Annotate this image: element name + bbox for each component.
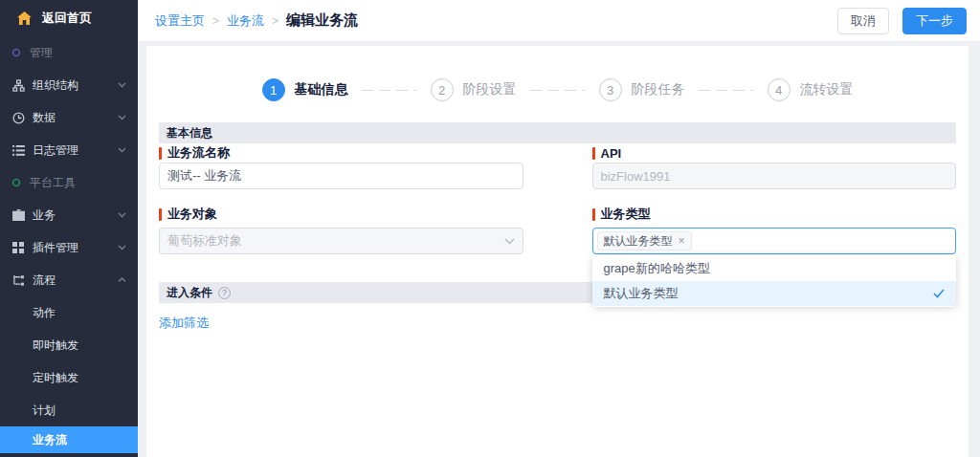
breadcrumb-settings-home[interactable]: 设置主页 bbox=[155, 12, 205, 30]
step-connector bbox=[362, 90, 417, 91]
field-flow-name: 业务流名称 测试-- 业务流 bbox=[159, 145, 523, 189]
step-stage-settings[interactable]: 2 阶段设置 bbox=[431, 78, 517, 101]
sidebar-item-label: 业务流 bbox=[33, 432, 67, 448]
step-label: 阶段设置 bbox=[463, 81, 517, 98]
content-card: 1 基础信息 2 阶段设置 3 阶段任务 4 流转设置 基本信息 业务流名称 bbox=[146, 46, 969, 457]
sidebar-item-label: 业务 bbox=[33, 207, 56, 224]
api-label-row: API bbox=[592, 145, 957, 161]
chevron-down-icon bbox=[118, 115, 126, 120]
sidebar-item-label: 即时触发 bbox=[33, 337, 78, 354]
step-basic-info[interactable]: 1 基础信息 bbox=[262, 78, 348, 101]
next-step-button[interactable]: 下一步 bbox=[902, 8, 967, 34]
dropdown-option-label: grape新的哈哈类型 bbox=[604, 260, 710, 277]
home-icon bbox=[17, 11, 32, 25]
sidebar-item-label: 数据 bbox=[33, 110, 56, 126]
step-number: 1 bbox=[262, 78, 285, 101]
dropdown-option-grape-type[interactable]: grape新的哈哈类型 bbox=[592, 256, 957, 281]
sidebar-section-platform-tools: 平台工具 bbox=[0, 166, 138, 199]
step-number: 4 bbox=[768, 78, 791, 101]
step-number: 3 bbox=[599, 78, 622, 101]
breadcrumb-separator: > bbox=[212, 14, 219, 28]
business-object-value: 葡萄标准对象 bbox=[167, 232, 242, 250]
business-type-select[interactable]: 默认业务类型 × bbox=[592, 228, 957, 254]
selected-type-tag: 默认业务类型 × bbox=[597, 231, 692, 250]
sidebar-item-log-management[interactable]: 日志管理 bbox=[0, 134, 138, 166]
tag-remove-icon[interactable]: × bbox=[679, 235, 685, 247]
api-input[interactable]: bizFlow1991 bbox=[592, 163, 957, 189]
add-filter-link[interactable]: 添加筛选 bbox=[159, 315, 209, 332]
field-business-object: 业务对象 葡萄标准对象 bbox=[159, 207, 523, 254]
breadcrumb-business-flow[interactable]: 业务流 bbox=[227, 12, 264, 30]
chevron-down-icon bbox=[118, 82, 126, 88]
purple-dot-icon bbox=[12, 49, 20, 56]
sidebar-item-timed-trigger[interactable]: 定时触发 bbox=[0, 361, 138, 394]
sidebar-nav: 管理 组织结构 数据 日志管理 bbox=[0, 36, 138, 453]
required-marker bbox=[592, 208, 595, 221]
flow-name-label: 业务流名称 bbox=[167, 144, 230, 162]
step-connector bbox=[699, 90, 754, 91]
sidebar-item-data[interactable]: 数据 bbox=[0, 101, 138, 134]
org-chart-icon bbox=[11, 78, 25, 92]
business-type-dropdown: grape新的哈哈类型 默认业务类型 bbox=[592, 255, 957, 307]
breadcrumb-separator: > bbox=[272, 14, 278, 28]
sidebar-item-process[interactable]: 流程 bbox=[0, 264, 138, 296]
field-business-type: 业务类型 默认业务类型 × grape新的哈哈类型 默认业务类型 bbox=[592, 207, 957, 254]
page-header: 设置主页 > 业务流 > 编辑业务流 取消 下一步 bbox=[138, 0, 980, 42]
step-label: 流转设置 bbox=[800, 81, 854, 98]
step-number: 2 bbox=[431, 78, 454, 101]
flow-name-label-row: 业务流名称 bbox=[159, 145, 523, 161]
sidebar-item-label: 组织结构 bbox=[33, 77, 78, 94]
business-object-select[interactable]: 葡萄标准对象 bbox=[159, 228, 523, 254]
briefcase-icon bbox=[11, 208, 25, 222]
green-dot-icon bbox=[12, 179, 20, 186]
business-object-label-row: 业务对象 bbox=[159, 207, 523, 222]
chevron-down-icon bbox=[118, 245, 126, 250]
business-type-label: 业务类型 bbox=[601, 206, 651, 223]
dropdown-option-default-type[interactable]: 默认业务类型 bbox=[592, 281, 957, 306]
step-flow-settings[interactable]: 4 流转设置 bbox=[768, 78, 854, 101]
field-api: API bizFlow1991 bbox=[592, 145, 957, 189]
business-type-label-row: 业务类型 bbox=[592, 207, 957, 222]
sidebar-home-button[interactable]: 返回首页 bbox=[0, 0, 138, 36]
step-connector bbox=[530, 90, 586, 91]
step-label: 阶段任务 bbox=[632, 81, 685, 98]
step-label: 基础信息 bbox=[295, 81, 348, 98]
business-object-label: 业务对象 bbox=[167, 206, 217, 223]
chevron-down-icon bbox=[118, 212, 126, 218]
selected-type-tag-label: 默认业务类型 bbox=[604, 233, 673, 250]
step-stage-tasks[interactable]: 3 阶段任务 bbox=[599, 78, 685, 101]
chevron-down-icon bbox=[504, 238, 515, 245]
header-actions: 取消 下一步 bbox=[837, 8, 967, 34]
cancel-button[interactable]: 取消 bbox=[837, 8, 889, 34]
sidebar-item-label: 定时触发 bbox=[33, 370, 78, 386]
entry-condition-title: 进入条件 bbox=[167, 285, 212, 301]
sidebar-item-instant-trigger[interactable]: 即时触发 bbox=[0, 329, 138, 361]
sidebar-item-label: 动作 bbox=[33, 305, 56, 321]
required-marker bbox=[159, 147, 162, 160]
sidebar-item-action[interactable]: 动作 bbox=[0, 296, 138, 329]
flow-name-input[interactable]: 测试-- 业务流 bbox=[159, 163, 523, 189]
sidebar-item-plugin-management[interactable]: 插件管理 bbox=[0, 231, 138, 264]
sidebar: 返回首页 管理 组织结构 数据 bbox=[0, 0, 138, 457]
help-icon[interactable]: ? bbox=[218, 287, 231, 299]
required-marker bbox=[159, 208, 162, 221]
wizard-stepper: 1 基础信息 2 阶段设置 3 阶段任务 4 流转设置 bbox=[159, 78, 956, 101]
chevron-down-icon bbox=[118, 147, 126, 153]
list-icon bbox=[11, 143, 25, 157]
sidebar-item-business[interactable]: 业务 bbox=[0, 199, 138, 231]
sidebar-item-label: 流程 bbox=[33, 272, 56, 289]
sidebar-item-label: 日志管理 bbox=[33, 142, 78, 159]
sidebar-item-org-structure[interactable]: 组织结构 bbox=[0, 69, 138, 101]
page-title: 编辑业务流 bbox=[286, 11, 358, 30]
sidebar-section-management: 管理 bbox=[0, 36, 138, 69]
chevron-up-icon bbox=[118, 277, 126, 283]
sidebar-home-label: 返回首页 bbox=[42, 10, 92, 27]
flow-icon bbox=[11, 273, 25, 287]
sidebar-section-label: 平台工具 bbox=[30, 175, 76, 191]
sidebar-item-business-flow[interactable]: 业务流 bbox=[0, 426, 138, 453]
sidebar-section-label: 管理 bbox=[30, 45, 53, 61]
sidebar-item-plan[interactable]: 计划 bbox=[0, 394, 138, 426]
required-marker bbox=[592, 147, 595, 160]
basic-info-form: 业务流名称 测试-- 业务流 API bizFlow1991 业务对象 bbox=[159, 143, 956, 254]
grid-icon bbox=[11, 241, 25, 254]
